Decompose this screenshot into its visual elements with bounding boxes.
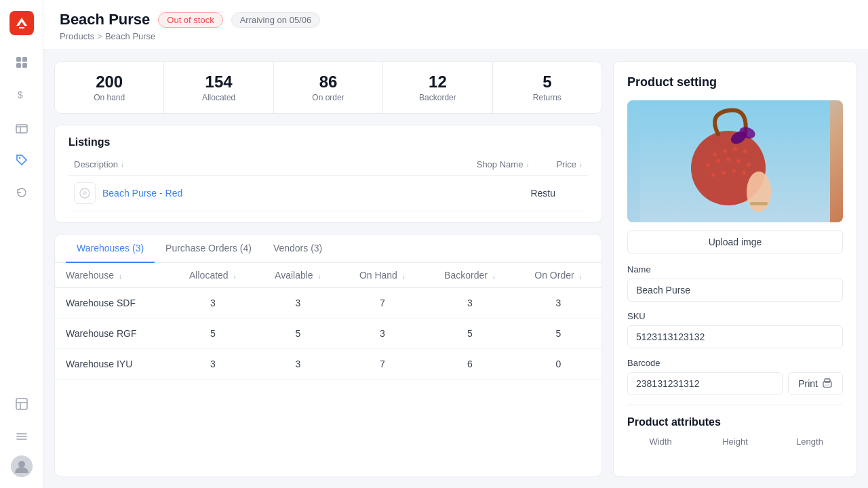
svg-point-21	[726, 157, 730, 161]
svg-point-15	[713, 152, 717, 157]
sidebar-item-layout[interactable]	[8, 390, 35, 418]
stat-allocated-label: Allocated	[178, 93, 259, 102]
name-input[interactable]	[627, 279, 843, 302]
svg-point-30	[747, 171, 771, 212]
sidebar-bottom	[8, 390, 35, 477]
table-row[interactable]: Warehouse IYU 3 3 7 6 0	[55, 349, 601, 380]
stat-on-order-label: On order	[288, 93, 369, 102]
col-backorder[interactable]: Backorder ↓	[425, 263, 515, 288]
warehouse-name: Warehouse SDF	[55, 288, 170, 319]
svg-point-23	[747, 163, 751, 167]
col-allocated[interactable]: Allocated ↓	[170, 263, 256, 288]
left-panel: 200 On hand 154 Allocated 86 On order 12…	[54, 61, 602, 477]
barcode-field-label: Barcode	[627, 358, 843, 368]
listing-row[interactable]: Beach Purse - Red Restu	[68, 176, 588, 211]
content-area: 200 On hand 154 Allocated 86 On order 12…	[43, 50, 868, 488]
sidebar-item-refresh[interactable]	[8, 179, 35, 206]
arriving-badge: Arraiving on 05/06	[231, 12, 321, 28]
attributes-row: Width Height Length	[627, 436, 843, 447]
svg-point-24	[711, 173, 715, 177]
warehouse-name: Warehouse RGF	[55, 319, 170, 349]
listings-col-price[interactable]: Price ↓	[556, 159, 583, 169]
svg-rect-8	[16, 399, 27, 409]
shop-sort-icon: ↓	[526, 161, 529, 168]
user-avatar[interactable]	[11, 455, 33, 477]
svg-point-18	[743, 149, 747, 153]
app-logo[interactable]	[9, 11, 34, 35]
sidebar-item-dollar[interactable]: $	[8, 81, 35, 108]
warehouse-on-hand: 7	[340, 349, 425, 380]
out-of-stock-badge: Out of stock	[158, 12, 222, 28]
attr-length-label: Length	[776, 436, 843, 447]
tab-warehouses[interactable]: Warehouses (3)	[66, 235, 155, 263]
print-button[interactable]: Print	[788, 372, 843, 395]
table-row[interactable]: Warehouse SDF 3 3 7 3 3	[55, 288, 601, 319]
listing-item-name[interactable]: Beach Purse - Red	[102, 188, 530, 199]
attr-height-label: Height	[702, 436, 768, 447]
sidebar-item-stack[interactable]	[8, 423, 35, 450]
svg-text:$: $	[18, 89, 23, 100]
barcode-input[interactable]	[627, 372, 783, 395]
sidebar: $	[0, 0, 43, 488]
warehouse-on-order: 0	[515, 349, 601, 380]
warehouse-allocated: 3	[170, 288, 256, 319]
stat-returns-label: Returns	[507, 93, 588, 102]
col-available[interactable]: Available ↓	[256, 263, 340, 288]
listing-thumbnail	[74, 182, 96, 204]
svg-point-16	[723, 149, 727, 153]
section-divider	[627, 405, 843, 405]
print-icon	[822, 378, 833, 389]
warehouse-tabs-card: Warehouses (3) Purchase Orders (4) Vendo…	[54, 234, 602, 477]
listings-col-description[interactable]: Description ↓	[74, 159, 477, 169]
breadcrumb-separator: >	[97, 31, 102, 41]
tab-vendors[interactable]: Vendors (3)	[262, 235, 333, 263]
on-order-sort-icon: ↓	[579, 272, 583, 280]
sidebar-item-box[interactable]	[8, 114, 35, 141]
col-on-order[interactable]: On Order ↓	[515, 263, 601, 288]
warehouse-allocated: 5	[170, 319, 256, 349]
svg-point-25	[722, 171, 726, 175]
table-row[interactable]: Warehouse RGF 5 5 3 5 5	[55, 319, 601, 349]
stat-returns-value: 5	[507, 73, 588, 92]
svg-point-22	[736, 159, 741, 163]
svg-point-26	[732, 169, 736, 173]
warehouse-available: 3	[256, 288, 340, 319]
svg-point-17	[733, 147, 737, 151]
allocated-sort-icon: ↓	[233, 272, 237, 280]
upload-image-button[interactable]: Upload imge	[627, 230, 843, 253]
stat-on-hand-label: On hand	[68, 93, 150, 102]
breadcrumb-parent[interactable]: Products	[60, 31, 94, 41]
svg-rect-31	[750, 202, 768, 205]
stat-backorder-label: Backorder	[397, 93, 478, 102]
sidebar-item-grid[interactable]	[8, 49, 35, 76]
svg-rect-2	[22, 57, 27, 62]
listings-col-shop[interactable]: Shop Name ↓	[477, 159, 530, 169]
stat-on-hand: 200 On hand	[55, 62, 164, 113]
svg-point-27	[742, 171, 746, 175]
product-attributes-title: Product attributes	[627, 416, 843, 428]
col-warehouse[interactable]: Warehouse ↓	[55, 263, 170, 288]
stat-on-hand-value: 200	[68, 73, 150, 92]
tab-purchase-orders[interactable]: Purchase Orders (4)	[155, 235, 262, 263]
warehouse-table: Warehouse ↓ Allocated ↓ Available ↓ On H…	[55, 263, 601, 380]
available-sort-icon: ↓	[318, 272, 321, 280]
backorder-sort-icon: ↓	[492, 272, 496, 280]
listings-card: Listings Description ↓ Shop Name ↓ Price…	[54, 125, 602, 223]
breadcrumb-current: Beach Purse	[105, 31, 155, 41]
svg-point-7	[18, 157, 20, 159]
name-field-label: Name	[627, 264, 843, 274]
col-on-hand[interactable]: On Hand ↓	[340, 263, 425, 288]
stat-allocated-value: 154	[178, 73, 259, 92]
svg-point-10	[18, 461, 25, 468]
sku-input[interactable]	[627, 325, 843, 348]
product-settings-title: Product setting	[627, 75, 843, 89]
stat-on-order: 86 On order	[274, 62, 383, 113]
svg-rect-4	[22, 63, 27, 68]
price-sort-icon: ↓	[579, 161, 583, 168]
warehouse-available: 3	[256, 349, 340, 380]
svg-point-19	[706, 163, 710, 167]
on-hand-sort-icon: ↓	[402, 272, 406, 280]
stat-backorder: 12 Backorder	[383, 62, 492, 113]
warehouse-on-hand: 7	[340, 288, 425, 319]
sidebar-item-tag[interactable]	[8, 146, 35, 174]
